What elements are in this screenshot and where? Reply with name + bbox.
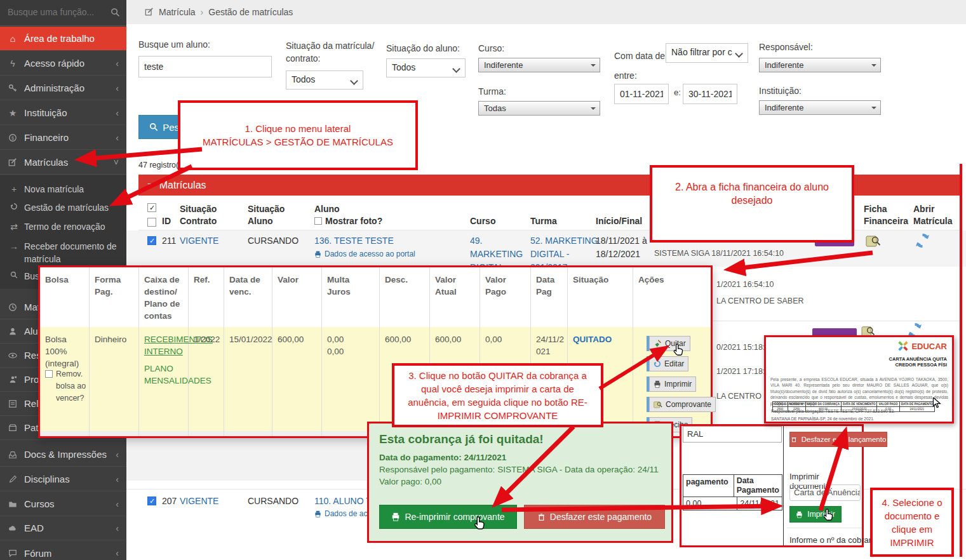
doc-val: 24/11/2021: [899, 407, 934, 412]
row-contract-status[interactable]: VIGENTE: [180, 236, 218, 246]
sidebar-item-label: Administração: [24, 83, 84, 93]
sidebar-subitem-nova-matricula[interactable]: + Nova matrícula: [0, 184, 126, 194]
breadcrumb: Matrícula › Gestão de matrículas: [145, 7, 293, 17]
sidebar-item-label: Área de trabalho: [24, 33, 95, 44]
paid-value-line: Valor pago: 0,00: [379, 477, 659, 486]
show-photo-checkbox[interactable]: [314, 217, 322, 225]
portal-access-link[interactable]: Dados de aces: [314, 509, 375, 518]
sidebar-subitem-gestao-de-matriculas[interactable]: Gestão de matrículas: [0, 203, 126, 213]
col-header-ficha-financeira-2: Financeira: [864, 215, 908, 227]
sidebar-item-label: Instituição: [24, 107, 67, 118]
comprovante-label: Comprovante: [666, 400, 711, 409]
sidebar-item-cursos[interactable]: Cursos‹: [0, 492, 126, 516]
sidebar-item-forum[interactable]: Fórum‹: [0, 541, 126, 560]
document-select-value: Carta de Anuência: [794, 488, 861, 497]
contract-status-select[interactable]: Todos: [286, 70, 363, 90]
sidebar-item-financeiro[interactable]: $ Financeiro‹: [0, 126, 126, 150]
sidebar-search-input[interactable]: [6, 6, 111, 18]
sidebar-subitem-receber-documento[interactable]: → Receber documento de matrícula: [0, 240, 126, 265]
student-status-select[interactable]: Todos: [386, 58, 466, 77]
doc-responsible-line: Responsável pela obrigação: TESTE TESTE,…: [771, 409, 895, 413]
col-header-aluno: Aluno: [314, 203, 340, 215]
paid-date-line: Data do pagamento: 24/11/2021: [379, 453, 659, 462]
row-class[interactable]: 52. MARKETING: [530, 236, 598, 246]
refresh-icon: [9, 203, 19, 210]
class-label: Turma:: [478, 86, 506, 97]
row-course-2[interactable]: MARKETING: [470, 249, 523, 259]
student-status-label: Situação do aluno:: [386, 43, 460, 53]
arrow-cursor: [932, 397, 942, 408]
hidden-row-school: LA CENTRO DE SABER: [716, 297, 804, 305]
comprovante-button[interactable]: Comprovante: [649, 397, 716, 412]
row-course[interactable]: 49.: [470, 236, 482, 246]
editar-button[interactable]: Editar: [649, 356, 688, 371]
responsible-select[interactable]: Indiferente: [759, 58, 881, 72]
mini-val-pagamento: 0,00: [683, 497, 737, 510]
annotation-step-3-text: 3. Clique no botão QUITAR da cobrança a …: [399, 369, 596, 422]
undo-entry-button[interactable]: Desfazer este lançamento: [789, 432, 887, 447]
inbox-icon: [8, 450, 18, 459]
sidebar-item-label: Docs & Impressões: [24, 449, 107, 460]
row-class-2[interactable]: DIGITAL -: [530, 249, 569, 259]
sidebar-item-docs-impressoes[interactable]: Docs & Impressões‹: [0, 443, 126, 467]
charge-data-pag: 24/11/2021: [536, 333, 565, 357]
popup-fragment-select[interactable]: RAL: [683, 426, 782, 443]
col-header-id: ID: [162, 215, 171, 227]
doc-col: VALOR PAGO: [877, 402, 899, 407]
receipt-search-icon: [654, 401, 662, 409]
charge-forma: Dinheiro: [95, 333, 126, 345]
row-checkbox[interactable]: [147, 236, 156, 245]
portal-access-link[interactable]: Dados de acesso ao portal: [314, 250, 415, 258]
breadcrumb-page: Gestão de matrículas: [208, 7, 293, 17]
row-student-link[interactable]: 136. TESTE TESTE: [314, 236, 394, 246]
row-checkbox[interactable]: [147, 497, 156, 505]
fin-col-data-pag: Data Pag: [536, 274, 561, 298]
row-student-status: CURSANDO: [248, 496, 299, 506]
sidebar-item-disciplinas[interactable]: Disciplinas‹: [0, 467, 126, 491]
row-meta: SISTEMA SIGA 18/11/2021 16:54:10: [654, 249, 784, 258]
class-select[interactable]: Todas: [478, 101, 600, 116]
sidebar-item-instituicao[interactable]: ★ Instituição‹: [0, 101, 126, 125]
hamburger-icon[interactable]: ≡: [147, 180, 153, 190]
student-search-input[interactable]: [138, 56, 272, 77]
institution-select[interactable]: Indiferente: [759, 100, 881, 115]
sidebar-item-area-de-trabalho[interactable]: ⌂ Área de trabalho: [0, 27, 126, 51]
plus-icon: +: [9, 184, 19, 194]
sidebar-item-ead[interactable]: EAD‹: [0, 516, 126, 540]
undo-payment-button[interactable]: Desfazer este pagamento: [524, 505, 665, 529]
mini-col-data-pagamento: Data Pagamento: [734, 475, 782, 497]
show-photo-label: Mostrar foto?: [325, 215, 382, 227]
panel-title: Matrículas: [159, 180, 206, 191]
date-from-input[interactable]: [614, 84, 669, 104]
arrow-right-icon: →: [9, 240, 19, 253]
sidebar-item-administracao[interactable]: Administração‹: [0, 76, 126, 100]
date-mode-select[interactable]: Não filtrar por c: [666, 43, 748, 63]
reprint-receipt-button[interactable]: Re-imprimir comprovante: [379, 505, 517, 529]
date-to-input[interactable]: [683, 84, 737, 104]
paid-responsible-line: Responsável pelo pagamento: SISTEMA SIGA…: [379, 465, 659, 474]
sidebar-subitem-termo-de-renovacao[interactable]: ⇄ Termo de renovação: [0, 222, 126, 232]
sidebar-item-matriculas[interactable]: Matrículas˅: [0, 150, 126, 175]
hidden-row-timestamp: 1/2021 16:54:10: [716, 280, 774, 289]
folder-icon: [8, 500, 18, 509]
course-select[interactable]: Indiferente: [478, 58, 600, 72]
document-select[interactable]: Carta de Anuência: [789, 484, 861, 501]
date-filter-label: Com data de: [614, 51, 665, 61]
imprimir-button[interactable]: Imprimir: [649, 377, 696, 392]
doc-col: DATA DE VENCIMENTO: [842, 402, 877, 407]
clock-icon: [8, 303, 18, 312]
breadcrumb-section[interactable]: Matrícula: [159, 7, 196, 17]
select-all-checkbox[interactable]: [147, 203, 156, 212]
header-checkbox[interactable]: [147, 218, 156, 227]
key-icon: [8, 84, 18, 93]
row-contract-status[interactable]: VIGENTE: [180, 496, 218, 506]
search-icon: [9, 271, 19, 279]
date-mode-value: Não filtrar por c: [671, 47, 732, 57]
abrir-matricula-icon[interactable]: [915, 233, 930, 250]
remove-bolsa-checkbox[interactable]: [45, 370, 53, 378]
paid-notice-title: Esta cobrança já foi quitada!: [379, 432, 671, 446]
ficha-financeira-icon[interactable]: [866, 234, 881, 250]
sidebar-item-acesso-rapido[interactable]: ϟ Acesso rápido‹: [0, 51, 126, 76]
charge-caixa-link[interactable]: RECEBIMENTOS INTERNO: [144, 333, 186, 357]
printer-icon: [314, 251, 321, 258]
